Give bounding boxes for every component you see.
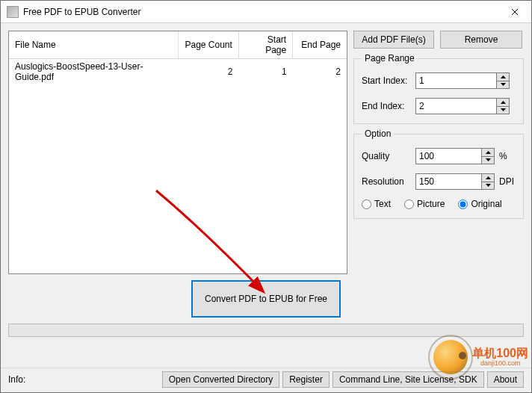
- quality-down[interactable]: [482, 157, 494, 164]
- start-index-up[interactable]: [497, 73, 509, 81]
- convert-row: Convert PDF to EPUB for Free: [8, 280, 524, 318]
- end-index-stepper[interactable]: [415, 98, 510, 114]
- about-button[interactable]: About: [487, 371, 524, 388]
- end-index-label: End Index:: [362, 101, 415, 111]
- radio-picture-label: Picture: [417, 199, 445, 209]
- quality-input[interactable]: [415, 148, 481, 164]
- cell-start-page: 1: [238, 59, 292, 85]
- quality-label: Quality: [362, 151, 415, 161]
- file-table[interactable]: File Name Page Count Start Page End Page…: [8, 31, 347, 274]
- svg-marker-4: [486, 151, 491, 154]
- close-button[interactable]: [498, 1, 531, 22]
- col-file-name[interactable]: File Name: [9, 31, 178, 59]
- resolution-label: Resolution: [362, 176, 415, 187]
- radio-original-input[interactable]: [458, 199, 468, 209]
- col-start-page[interactable]: Start Page: [238, 31, 292, 59]
- chevron-up-icon: [501, 75, 506, 78]
- radio-picture[interactable]: Picture: [404, 199, 445, 209]
- svg-marker-2: [501, 101, 506, 104]
- resolution-stepper[interactable]: [415, 173, 495, 190]
- chevron-up-icon: [501, 101, 506, 104]
- end-index-up[interactable]: [497, 99, 509, 107]
- convert-button[interactable]: Convert PDF to EPUB for Free: [191, 280, 341, 318]
- open-converted-dir-button[interactable]: Open Converted Directory: [162, 371, 279, 388]
- radio-text-label: Text: [374, 199, 391, 209]
- svg-marker-7: [486, 184, 491, 187]
- app-icon: [7, 6, 19, 18]
- page-range-group: Page Range Start Index: End Index:: [353, 53, 524, 124]
- chevron-up-icon: [486, 176, 491, 179]
- svg-marker-0: [501, 75, 506, 78]
- col-end-page[interactable]: End Page: [293, 31, 347, 59]
- page-range-legend: Page Range: [362, 53, 418, 64]
- chevron-down-icon: [501, 83, 506, 86]
- cell-end-page: 2: [293, 59, 347, 85]
- remove-button[interactable]: Remove: [440, 31, 522, 49]
- register-button[interactable]: Register: [282, 371, 330, 388]
- radio-text[interactable]: Text: [362, 199, 391, 209]
- start-index-label: Start Index:: [362, 75, 415, 86]
- start-index-stepper[interactable]: [415, 72, 510, 89]
- option-legend: Option: [362, 129, 394, 139]
- close-icon: [511, 8, 519, 16]
- svg-marker-6: [486, 176, 491, 179]
- svg-marker-3: [501, 108, 506, 111]
- chevron-up-icon: [486, 151, 491, 154]
- end-index-input[interactable]: [415, 98, 496, 114]
- output-mode-radios: Text Picture Original: [362, 199, 516, 209]
- radio-text-input[interactable]: [362, 199, 371, 209]
- resolution-down[interactable]: [482, 182, 494, 190]
- svg-marker-1: [501, 83, 506, 86]
- table-header-row: File Name Page Count Start Page End Page: [9, 31, 347, 59]
- start-index-input[interactable]: [415, 72, 496, 89]
- chevron-down-icon: [501, 108, 506, 111]
- resolution-up[interactable]: [482, 174, 494, 182]
- radio-original[interactable]: Original: [458, 199, 501, 209]
- side-panel: Add PDF File(s) Remove Page Range Start …: [353, 31, 524, 274]
- radio-picture-input[interactable]: [404, 199, 414, 209]
- titlebar: Free PDF to EPUB Converter: [1, 1, 531, 23]
- svg-marker-5: [486, 158, 491, 161]
- footer: Info: Open Converted Directory Register …: [1, 368, 531, 392]
- window-title: Free PDF to EPUB Converter: [23, 7, 140, 17]
- app-window: Free PDF to EPUB Converter File Name Pag…: [0, 0, 532, 393]
- table-row[interactable]: Auslogics-BoostSpeed-13-User-Guide.pdf 2…: [9, 59, 347, 85]
- chevron-down-icon: [486, 158, 491, 161]
- chevron-down-icon: [486, 184, 491, 187]
- col-page-count[interactable]: Page Count: [178, 31, 238, 59]
- radio-original-label: Original: [471, 199, 501, 209]
- cell-file-name: Auslogics-BoostSpeed-13-User-Guide.pdf: [9, 59, 178, 85]
- cell-page-count: 2: [178, 59, 238, 85]
- option-group: Option Quality % Resolutio: [353, 129, 524, 219]
- quality-stepper[interactable]: [415, 148, 495, 164]
- command-line-button[interactable]: Command Line, Site License, SDK: [332, 371, 484, 388]
- quality-up[interactable]: [482, 149, 494, 157]
- start-index-down[interactable]: [497, 81, 509, 89]
- add-pdf-button[interactable]: Add PDF File(s): [353, 31, 434, 49]
- resolution-unit: DPI: [499, 176, 514, 187]
- info-label: Info:: [8, 374, 25, 385]
- quality-unit: %: [499, 151, 507, 161]
- resolution-input[interactable]: [415, 173, 481, 190]
- progress-bar: [8, 324, 524, 337]
- end-index-down[interactable]: [497, 107, 509, 114]
